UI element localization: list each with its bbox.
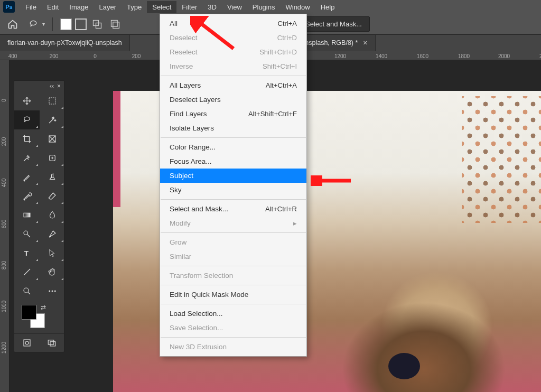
svg-point-11 (49, 291, 50, 292)
document-tab-title: florian-van-duyn-pXToxwjqliQ-unsplash (7, 39, 122, 46)
menu-item-shortcut: Shift+Ctrl+I (263, 62, 297, 70)
foreground-color-swatch[interactable] (22, 305, 36, 320)
crop-tool[interactable] (14, 129, 40, 148)
svg-point-10 (24, 288, 29, 293)
menu-window[interactable]: Window (280, 1, 315, 13)
color-swatches[interactable]: ⇄ (22, 305, 45, 328)
menu-item-label: Color Range... (170, 143, 216, 151)
menu-layer[interactable]: Layer (94, 1, 122, 13)
menu-item-shortcut: Ctrl+A (278, 20, 297, 27)
swap-colors-icon[interactable]: ⇄ (41, 304, 46, 311)
menu-item-subject[interactable]: Subject (160, 169, 306, 183)
menu-image[interactable]: Image (64, 1, 94, 13)
tools-panel: ‹‹ × T ⇄ (14, 80, 64, 352)
home-icon[interactable] (5, 17, 20, 32)
path-selection-tool[interactable] (40, 244, 65, 263)
menu-plugins[interactable]: Plugins (247, 1, 281, 13)
menu-item-edit-in-quick-mask-mode[interactable]: Edit in Quick Mask Mode (160, 287, 306, 302)
svg-rect-7 (24, 213, 30, 217)
lasso-tool[interactable] (14, 110, 40, 129)
edit-toolbar[interactable] (40, 282, 65, 301)
history-brush-tool[interactable] (14, 186, 40, 206)
menu-item-transform-selection: Transform Selection (160, 268, 306, 283)
svg-point-8 (24, 231, 28, 235)
svg-point-13 (54, 291, 56, 292)
hand-tool[interactable] (40, 263, 65, 282)
select-and-mask-button[interactable]: Select and Mask... (297, 16, 370, 32)
menu-select[interactable]: Select (147, 1, 176, 13)
menu-item-all-layers[interactable]: All LayersAlt+Ctrl+A (160, 78, 306, 92)
menu-view[interactable]: View (222, 1, 247, 13)
healing-brush-tool[interactable] (40, 148, 65, 167)
svg-rect-17 (50, 342, 55, 346)
menu-item-shortcut: Alt+Shift+Ctrl+F (248, 110, 297, 118)
move-tool[interactable] (14, 91, 40, 110)
pen-tool[interactable] (40, 225, 65, 244)
svg-rect-2 (111, 20, 118, 26)
eraser-tool[interactable] (40, 186, 65, 206)
type-tool[interactable]: T (14, 244, 40, 263)
menu-item-shortcut: Ctrl+D (277, 34, 297, 42)
menu-item-find-layers[interactable]: Find LayersAlt+Shift+Ctrl+F (160, 107, 306, 121)
eyedropper-tool[interactable] (14, 148, 40, 167)
menu-item-color-range[interactable]: Color Range... (160, 140, 306, 154)
menu-item-label: Subject (170, 172, 193, 180)
menu-bar: Ps FileEditImageLayerTypeSelectFilter3DV… (0, 0, 541, 14)
subtract-from-selection-icon[interactable] (90, 17, 105, 32)
brush-tool[interactable] (14, 167, 40, 186)
quick-mask-toggle[interactable] (14, 334, 39, 352)
menu-separator (161, 199, 306, 200)
menu-item-load-selection[interactable]: Load Selection... (160, 306, 306, 321)
screen-mode-toggle[interactable] (39, 334, 64, 352)
dodge-tool[interactable] (14, 225, 40, 244)
menu-item-similar: Similar (160, 249, 306, 264)
menu-item-isolate-layers[interactable]: Isolate Layers (160, 121, 306, 135)
menu-item-deselect-layers[interactable]: Deselect Layers (160, 92, 306, 107)
collapse-icon[interactable]: ‹‹ (50, 82, 54, 90)
frame-tool[interactable] (40, 129, 65, 148)
menu-item-label: Select and Mask... (170, 205, 228, 213)
menu-item-shortcut: Shift+Ctrl+D (259, 48, 297, 56)
menu-separator (161, 285, 306, 285)
menu-item-label: Sky (170, 186, 182, 194)
menu-item-select-and-mask[interactable]: Select and Mask...Alt+Ctrl+R (160, 202, 306, 216)
zoom-tool[interactable] (14, 282, 40, 301)
line-tool[interactable] (14, 263, 40, 282)
svg-rect-4 (49, 98, 55, 104)
menu-separator (161, 76, 306, 76)
menu-item-label: Focus Area... (170, 157, 212, 165)
annotation-arrow (190, 16, 238, 53)
menu-3d[interactable]: 3D (202, 1, 222, 13)
chevron-down-icon[interactable]: ▾ (42, 21, 45, 27)
menu-filter[interactable]: Filter (176, 1, 202, 13)
menu-edit[interactable]: Edit (42, 1, 64, 13)
magic-wand-tool[interactable] (40, 110, 65, 129)
select-menu-dropdown: AllCtrl+ADeselectCtrl+DReselectShift+Ctr… (160, 14, 307, 357)
menu-item-sky[interactable]: Sky (160, 183, 306, 197)
annotation-arrow (311, 175, 353, 186)
menu-item-label: Grow (170, 238, 186, 246)
intersect-selection-icon[interactable] (108, 17, 123, 32)
menu-help[interactable]: Help (315, 1, 340, 13)
menu-item-inverse: InverseShift+Ctrl+I (160, 59, 306, 73)
lasso-tool-indicator: ▾ (27, 19, 45, 30)
svg-rect-3 (113, 22, 119, 28)
blur-tool[interactable] (40, 206, 65, 225)
menu-item-focus-area[interactable]: Focus Area... (160, 154, 306, 169)
add-to-selection-icon[interactable] (75, 18, 87, 30)
close-icon[interactable]: × (363, 39, 367, 47)
svg-line-18 (197, 20, 234, 49)
menu-type[interactable]: Type (122, 1, 147, 13)
menu-separator (161, 266, 306, 266)
svg-point-15 (25, 341, 29, 344)
clone-stamp-tool[interactable] (40, 167, 65, 186)
app-logo: Ps (3, 1, 15, 13)
document-tab[interactable]: florian-van-duyn-pXToxwjqliQ-unsplash (0, 35, 130, 51)
gradient-tool[interactable] (14, 206, 40, 225)
close-icon[interactable]: × (57, 82, 61, 90)
menu-file[interactable]: File (20, 1, 42, 13)
svg-text:T: T (24, 249, 29, 257)
rect-marquee-tool[interactable] (40, 91, 65, 110)
new-selection-icon[interactable] (60, 18, 72, 30)
menu-separator (161, 137, 306, 138)
